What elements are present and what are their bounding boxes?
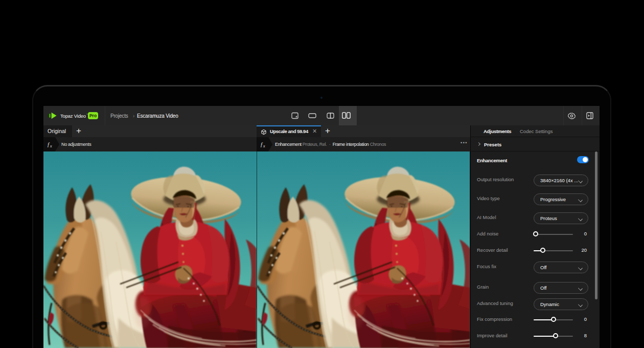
svg-text:x: x [50,144,52,148]
svg-text:x: x [263,144,265,148]
